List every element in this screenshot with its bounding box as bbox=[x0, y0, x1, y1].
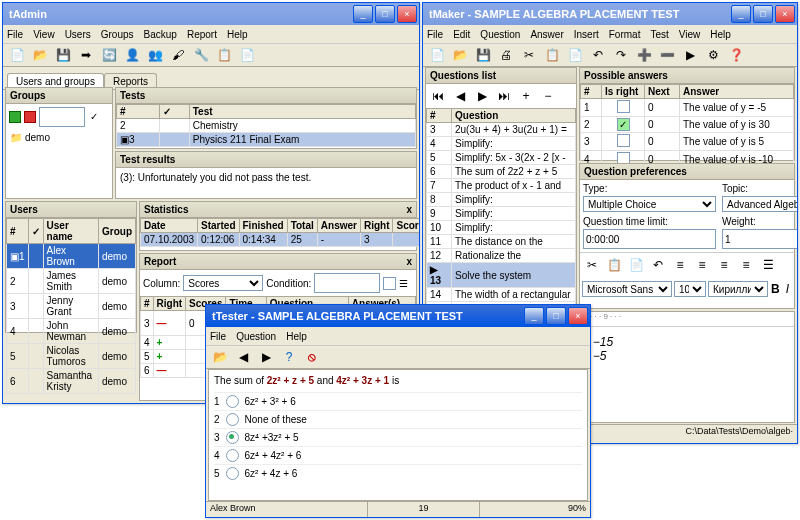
remove-icon[interactable]: ➖ bbox=[657, 45, 677, 65]
answer-option[interactable]: 56z² + 4z + 6 bbox=[214, 464, 582, 482]
brush-icon[interactable]: 🖌 bbox=[168, 45, 188, 65]
cut-icon[interactable]: ✂ bbox=[519, 45, 539, 65]
del-q-icon[interactable]: − bbox=[538, 86, 558, 106]
redo-icon[interactable]: ↷ bbox=[611, 45, 631, 65]
minimize-button[interactable]: _ bbox=[731, 5, 751, 23]
tool-icon[interactable]: 🔧 bbox=[191, 45, 211, 65]
prev-icon[interactable]: ◀ bbox=[233, 347, 253, 367]
table-row[interactable]: 2Chemistry bbox=[117, 119, 416, 133]
table-row[interactable]: 10The value of y = -5 bbox=[581, 99, 794, 117]
menu-users[interactable]: Users bbox=[65, 29, 91, 40]
paste-icon[interactable]: 📄 bbox=[626, 255, 646, 275]
menu-backup[interactable]: Backup bbox=[144, 29, 177, 40]
copy-icon[interactable]: 📋 bbox=[542, 45, 562, 65]
menu-file[interactable]: File bbox=[210, 331, 226, 342]
save-icon[interactable]: 💾 bbox=[53, 45, 73, 65]
topic-select[interactable]: Advanced Algebra bbox=[722, 196, 797, 212]
close-stats-icon[interactable]: x bbox=[406, 204, 412, 215]
users-icon[interactable]: 👥 bbox=[145, 45, 165, 65]
table-row[interactable]: 7The product of x - 1 and bbox=[427, 179, 576, 193]
paste-icon[interactable]: 📄 bbox=[237, 45, 257, 65]
weight-input[interactable] bbox=[722, 229, 797, 249]
table-row[interactable]: 9Simplify: bbox=[427, 207, 576, 221]
align-justify-icon[interactable]: ≡ bbox=[736, 255, 756, 275]
table-row[interactable]: 10Simplify: bbox=[427, 221, 576, 235]
cut-icon[interactable]: ✂ bbox=[582, 255, 602, 275]
menu-edit[interactable]: Edit bbox=[453, 29, 470, 40]
new-icon[interactable]: 📄 bbox=[7, 45, 27, 65]
save-icon[interactable]: 💾 bbox=[473, 45, 493, 65]
table-row[interactable]: 5Nicolas Tumorosdemo bbox=[7, 344, 136, 369]
table-row[interactable]: 11The distance on the bbox=[427, 235, 576, 249]
italic-button[interactable]: I bbox=[783, 279, 792, 299]
run-icon[interactable]: ▶ bbox=[680, 45, 700, 65]
print-icon[interactable]: 🖨 bbox=[496, 45, 516, 65]
menu-question[interactable]: Question bbox=[236, 331, 276, 342]
table-row[interactable]: 5Simplify: 5x - 3(2x - 2 [x - bbox=[427, 151, 576, 165]
close-button[interactable]: × bbox=[397, 5, 417, 23]
table-row[interactable]: 6Samantha Kristydemo bbox=[7, 369, 136, 394]
refresh-icon[interactable]: 🔄 bbox=[99, 45, 119, 65]
menu-file[interactable]: File bbox=[427, 29, 443, 40]
menu-format[interactable]: Format bbox=[609, 29, 641, 40]
group-name-input[interactable] bbox=[39, 107, 85, 127]
table-row[interactable]: 6The sum of 2z2 + z + 5 bbox=[427, 165, 576, 179]
menu-report[interactable]: Report bbox=[187, 29, 217, 40]
next-icon[interactable]: ▶ bbox=[472, 86, 492, 106]
menu-help[interactable]: Help bbox=[286, 331, 307, 342]
charset-select[interactable]: Кириллическ bbox=[708, 281, 768, 297]
table-row[interactable]: 3Jenny Grantdemo bbox=[7, 294, 136, 319]
minimize-button[interactable]: _ bbox=[353, 5, 373, 23]
table-row[interactable]: 2✓0The value of y is 30 bbox=[581, 117, 794, 133]
filter-icon[interactable]: ☰ bbox=[399, 278, 408, 289]
paste-icon[interactable]: 📄 bbox=[565, 45, 585, 65]
copy-icon[interactable]: 📋 bbox=[214, 45, 234, 65]
answer-option[interactable]: 46z⁴ + 4z² + 6 bbox=[214, 446, 582, 464]
help-icon[interactable]: ❓ bbox=[726, 45, 746, 65]
menu-help[interactable]: Help bbox=[710, 29, 731, 40]
group-demo[interactable]: 📁 demo bbox=[6, 130, 112, 145]
open-icon[interactable]: 📂 bbox=[30, 45, 50, 65]
settings-icon[interactable]: ⚙ bbox=[703, 45, 723, 65]
bold-button[interactable]: B bbox=[770, 279, 781, 299]
font-size-select[interactable]: 10 bbox=[674, 281, 706, 297]
user-icon[interactable]: 👤 bbox=[122, 45, 142, 65]
radio-button[interactable] bbox=[226, 395, 239, 408]
table-row[interactable]: ▶ 13Solve the system bbox=[427, 263, 576, 288]
undo-icon[interactable]: ↶ bbox=[588, 45, 608, 65]
table-row[interactable]: 4Simplify: bbox=[427, 137, 576, 151]
radio-button[interactable] bbox=[226, 449, 239, 462]
menu-insert[interactable]: Insert bbox=[574, 29, 599, 40]
is-right-checkbox[interactable] bbox=[617, 100, 630, 113]
minimize-button[interactable]: _ bbox=[524, 307, 544, 325]
radio-button[interactable] bbox=[226, 413, 239, 426]
open-icon[interactable]: 📂 bbox=[450, 45, 470, 65]
condition-checkbox[interactable] bbox=[383, 277, 396, 290]
column-select[interactable]: Scores bbox=[183, 275, 263, 291]
maximize-button[interactable]: □ bbox=[375, 5, 395, 23]
table-row[interactable]: 30The value of y is 5 bbox=[581, 133, 794, 151]
menu-file[interactable]: File bbox=[7, 29, 23, 40]
arrow-icon[interactable]: ➡ bbox=[76, 45, 96, 65]
align-center-icon[interactable]: ≡ bbox=[692, 255, 712, 275]
table-row[interactable]: 2James Smithdemo bbox=[7, 269, 136, 294]
new-icon[interactable]: 📄 bbox=[427, 45, 447, 65]
menu-groups[interactable]: Groups bbox=[101, 29, 134, 40]
last-icon[interactable]: ⏭ bbox=[494, 86, 514, 106]
table-row[interactable]: 14The width of a rectangular bbox=[427, 288, 576, 302]
menu-answer[interactable]: Answer bbox=[530, 29, 563, 40]
table-row[interactable]: ▣3Physics 211 Final Exam bbox=[117, 133, 416, 147]
add-group-icon[interactable] bbox=[9, 111, 21, 123]
menu-view[interactable]: View bbox=[33, 29, 55, 40]
font-select[interactable]: Microsoft Sans Ser bbox=[582, 281, 672, 297]
is-right-checkbox[interactable] bbox=[617, 134, 630, 147]
table-row[interactable]: 32u(3u + 4) + 3u(2u + 1) = bbox=[427, 123, 576, 137]
maximize-button[interactable]: □ bbox=[546, 307, 566, 325]
table-row[interactable]: 12Rationalize the bbox=[427, 249, 576, 263]
menu-help[interactable]: Help bbox=[227, 29, 248, 40]
table-row[interactable]: 07.10.20030:12:060:14:3425-312% bbox=[141, 233, 420, 247]
undo-icon[interactable]: ↶ bbox=[648, 255, 668, 275]
time-input[interactable] bbox=[583, 229, 716, 249]
answer-option[interactable]: 38z⁴ +3z² + 5 bbox=[214, 428, 582, 446]
align-right-icon[interactable]: ≡ bbox=[714, 255, 734, 275]
